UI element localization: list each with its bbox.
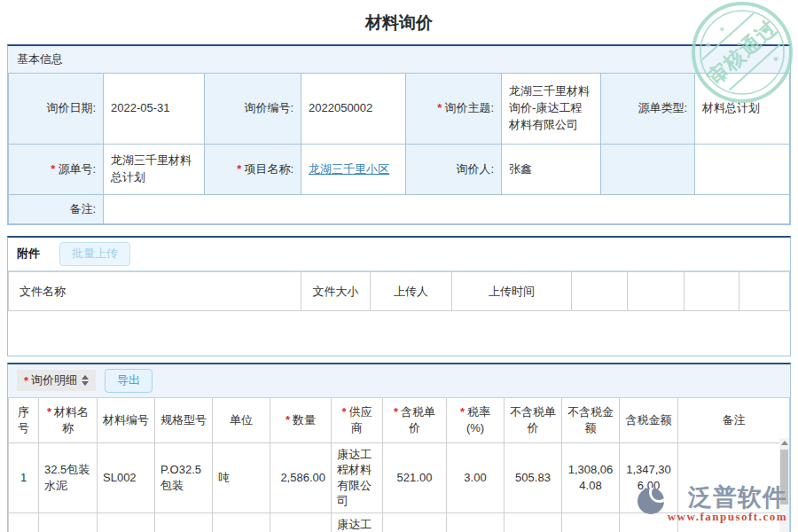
page-title: 材料询价 (0, 0, 798, 44)
cell-material-no: SL002 (98, 442, 155, 512)
attachments-header: 附件 批量上传 (8, 238, 790, 271)
material-inquiry-page: 材料询价 基本信息 询价日期: 2022-05-31 询价编号: 2022050… (0, 0, 798, 532)
cell-seq: 1 (9, 442, 39, 512)
remarks-value (104, 195, 790, 224)
attachments-title: 附件 (17, 246, 40, 262)
col-material-no: 材料编号 (98, 397, 155, 442)
col-notax-price: 不含税单价 (505, 397, 562, 442)
vertical-scrollbar[interactable] (779, 438, 789, 532)
cell-notax-amount: 1,974,757.28 (562, 512, 620, 532)
cell-quantity: 4,500.00 (270, 512, 332, 532)
remarks-label: 备注: (9, 195, 104, 224)
col-supplier: *供应商 (332, 397, 383, 442)
inquirer-label: 询价人: (406, 145, 502, 195)
cell-supplier: 康达工程材料有限公司 (332, 512, 383, 532)
details-section: * 询价明细 导出 序号 *材料名称 材料编号 规格型号 单位 *数量 *供应商… (7, 363, 791, 532)
cell-tax-price: 452.00 (383, 512, 447, 532)
required-icon: * (51, 162, 55, 176)
col-unit: 单位 (213, 397, 270, 442)
cell-remarks (678, 442, 790, 512)
cell-remarks (678, 512, 790, 532)
col-empty-1 (572, 271, 628, 310)
form-row-2: *源单号: 龙湖三千里材料总计划 *项目名称: 龙湖三千里小区 询价人: 张鑫 (9, 145, 790, 195)
col-tax-price: *含税单价 (383, 397, 447, 442)
attachments-section: 附件 批量上传 文件名称 文件大小 上传人 上传时间 (7, 236, 791, 356)
attachments-header-row: 文件名称 文件大小 上传人 上传时间 (9, 271, 790, 310)
bulk-upload-button[interactable]: 批量上传 (59, 242, 130, 266)
cell-tax-rate: 3.00 (447, 442, 505, 512)
col-spec-model: 规格型号 (155, 397, 213, 442)
inquiry-no-label: 询价编号: (205, 74, 301, 145)
col-empty-2 (628, 271, 685, 310)
attachments-empty-body (8, 311, 790, 356)
col-tax-amount: 含税金额 (620, 397, 678, 442)
cell-tax-amount: 1,347,306.00 (620, 442, 678, 512)
form-row-3: 备注: (9, 195, 790, 224)
inquiry-date-value: 2022-05-31 (104, 74, 205, 145)
cell-notax-price: 438.83 (505, 512, 562, 532)
sort-icon[interactable] (82, 375, 89, 386)
export-button[interactable]: 导出 (105, 369, 153, 393)
details-title: 询价明细 (31, 372, 77, 388)
cell-material-name: 32.5包装水泥 (39, 442, 98, 512)
col-seq: 序号 (9, 397, 39, 442)
col-quantity: *数量 (270, 397, 332, 442)
inquiry-subject-value: 龙湖三千里材料询价-康达工程材料有限公司 (502, 74, 601, 145)
cell-unit: 吨 (213, 512, 270, 532)
details-header-row: 序号 *材料名称 材料编号 规格型号 单位 *数量 *供应商 *含税单价 *税率… (9, 397, 790, 442)
required-icon: * (394, 405, 398, 419)
empty-value-cell (695, 145, 790, 195)
inquiry-date-label: 询价日期: (9, 74, 104, 145)
cell-notax-amount: 1,308,064.08 (562, 442, 620, 512)
source-no-label: *源单号: (9, 145, 104, 195)
cell-seq: 2 (9, 512, 39, 532)
empty-label-cell (601, 145, 695, 195)
col-empty-4 (739, 271, 790, 310)
col-upload-time: 上传时间 (452, 271, 572, 310)
cell-tax-rate: 3.00 (447, 512, 505, 532)
required-icon: * (437, 101, 442, 114)
cell-material-name: HPM2特殊钢材 (39, 512, 98, 532)
inquirer-value: 张鑫 (502, 145, 601, 195)
scrollbar-thumb[interactable] (780, 450, 788, 505)
cell-tax-amount: 2,034,000.00 (620, 512, 678, 532)
cell-supplier: 康达工程材料有限公司 (332, 442, 383, 512)
inquiry-subject-label: *询价主题: (406, 74, 502, 145)
col-file-size: 文件大小 (301, 271, 371, 310)
required-icon: * (286, 413, 290, 426)
required-icon: * (237, 162, 241, 176)
basic-info-title: 基本信息 (17, 51, 63, 67)
col-notax-amount: 不含税金额 (562, 397, 620, 442)
col-uploader: 上传人 (371, 271, 452, 310)
cell-spec-model: Φ90 (155, 512, 213, 532)
cell-tax-price: 521.00 (383, 442, 447, 512)
col-remarks: 备注 (678, 397, 790, 442)
basic-info-header: 基本信息 (8, 46, 790, 73)
source-type-label: 源单类型: (601, 74, 695, 145)
required-icon: * (460, 405, 465, 419)
table-row: 1 32.5包装水泥 SL002 P.O32.5包装 吨 2,586.00 康达… (9, 442, 790, 512)
cell-quantity: 2,586.00 (270, 442, 332, 512)
details-header: * 询价明细 导出 (8, 364, 790, 397)
project-name-label: *项目名称: (205, 145, 301, 195)
source-type-value: 材料总计划 (695, 74, 790, 145)
table-row: 2 HPM2特殊钢材 GJG0059 Φ90 吨 4,500.00 康达工程材料… (9, 512, 790, 532)
cell-material-no: GJG0059 (98, 512, 155, 532)
details-table: 序号 *材料名称 材料编号 规格型号 单位 *数量 *供应商 *含税单价 *税率… (8, 397, 790, 532)
cell-spec-model: P.O32.5包装 (155, 442, 213, 512)
required-icon: * (47, 405, 51, 419)
details-title-chip: * 询价明细 (17, 370, 96, 391)
basic-info-form: 询价日期: 2022-05-31 询价编号: 2022050002 *询价主题:… (8, 73, 790, 224)
required-icon: * (341, 405, 346, 419)
inquiry-no-value: 2022050002 (301, 74, 406, 145)
cell-unit: 吨 (213, 442, 270, 512)
col-material-name: *材料名称 (39, 397, 98, 442)
project-name-link[interactable]: 龙湖三千里小区 (309, 162, 389, 176)
attachments-table: 文件名称 文件大小 上传人 上传时间 (8, 271, 790, 311)
source-no-value: 龙湖三千里材料总计划 (104, 145, 205, 195)
project-name-value: 龙湖三千里小区 (301, 145, 406, 195)
cell-notax-price: 505.83 (505, 442, 562, 512)
scroll-up-icon[interactable] (779, 438, 789, 449)
col-tax-rate: *税率(%) (447, 397, 505, 442)
col-empty-3 (685, 271, 739, 310)
